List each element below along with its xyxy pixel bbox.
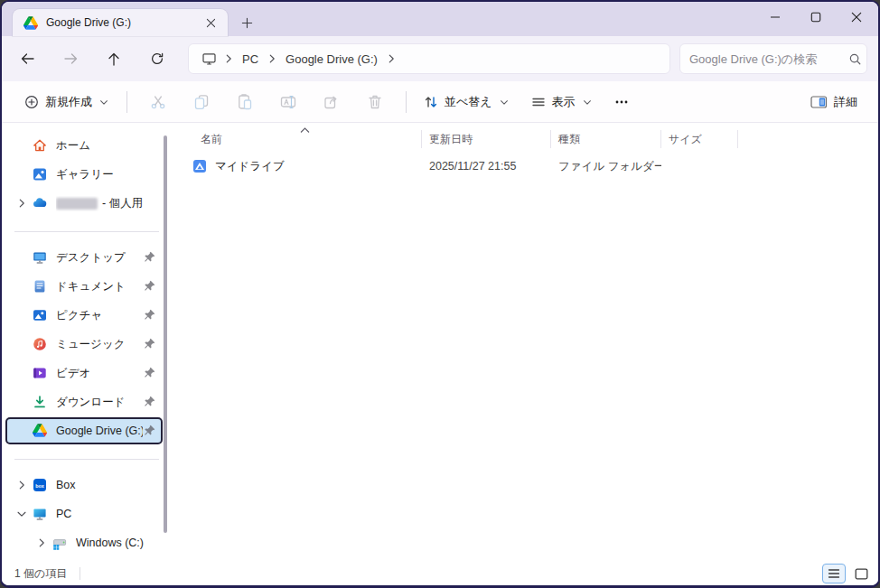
sidebar-item-videos[interactable]: ビデオ: [5, 359, 163, 387]
details-pane-label: 詳細: [834, 94, 857, 110]
pin-icon: [143, 424, 157, 438]
chevron-placeholder: [11, 337, 33, 351]
status-bar: 1 個の項目: [2, 562, 878, 585]
paste-button[interactable]: [223, 86, 267, 118]
home-icon: [33, 138, 47, 153]
onedrive-icon: [33, 196, 47, 210]
delete-button[interactable]: [353, 86, 397, 118]
sidebar-item-label: - 個人用: [56, 196, 161, 211]
column-label: サイズ: [669, 132, 702, 147]
chevron-placeholder: [11, 308, 33, 322]
maximize-button[interactable]: [795, 4, 836, 31]
sidebar-item-gallery[interactable]: ギャラリー: [5, 161, 163, 188]
pin-icon: [143, 366, 157, 380]
sort-button-label: 並べ替え: [445, 94, 492, 110]
sidebar-divider: [14, 219, 159, 244]
my-drive-folder-icon: [192, 159, 207, 173]
copy-button[interactable]: [180, 86, 223, 118]
refresh-button[interactable]: [141, 43, 173, 74]
sidebar-item-label: ピクチャ: [56, 308, 143, 323]
chevron-placeholder: [11, 250, 33, 265]
search-input[interactable]: [689, 52, 848, 66]
more-options-button[interactable]: [606, 89, 637, 115]
sort-button[interactable]: 並べ替え: [416, 89, 518, 116]
view-lines-icon: [531, 95, 546, 109]
tab-google-drive[interactable]: Google Drive (G:): [13, 9, 228, 36]
minimize-button[interactable]: [754, 4, 795, 31]
sidebar-scrollbar[interactable]: [164, 135, 167, 533]
back-button[interactable]: [11, 43, 43, 74]
toolbar-divider: [406, 91, 407, 113]
column-headers: 名前 更新日時 種類 サイズ: [181, 128, 878, 150]
pin-icon: [143, 308, 157, 322]
sidebar-item-pc[interactable]: PC: [5, 500, 163, 527]
sidebar-item-label: Box: [56, 479, 161, 491]
chevron-placeholder: [11, 167, 33, 182]
command-toolbar: 新規作成 並べ替え: [2, 81, 878, 123]
sidebar-item-pictures[interactable]: ピクチャ: [5, 302, 163, 329]
chevron-down-icon[interactable]: [11, 507, 33, 521]
svg-text:box: box: [35, 483, 44, 489]
chevron-right-icon[interactable]: [11, 196, 33, 210]
music-icon: [33, 337, 47, 351]
sidebar-item-google-drive[interactable]: Google Drive (G:): [5, 417, 163, 444]
breadcrumb-separator-icon: [222, 52, 235, 65]
file-type-cell: ファイル フォルダー: [551, 159, 661, 174]
column-header-name[interactable]: 名前: [181, 130, 422, 148]
chevron-down-icon: [98, 97, 109, 107]
explorer-window: Google Drive (G:): [0, 0, 880, 588]
view-button[interactable]: 表示: [523, 89, 601, 116]
column-header-date-modified[interactable]: 更新日時: [422, 130, 551, 148]
sidebar-item-documents[interactable]: ドキュメント: [5, 273, 163, 300]
tab-close-icon[interactable]: [201, 13, 220, 33]
forward-button[interactable]: [54, 43, 87, 74]
tab-strip: Google Drive (G:): [2, 2, 878, 36]
column-header-type[interactable]: 種類: [551, 130, 661, 148]
plus-circle-icon: [24, 95, 39, 109]
item-count: 1 個の項目: [14, 566, 67, 582]
videos-icon: [33, 366, 47, 380]
sidebar-item-music[interactable]: ミュージック: [5, 331, 163, 358]
large-icons-view-toggle[interactable]: [849, 564, 873, 583]
sidebar-item-label: ドキュメント: [56, 279, 143, 294]
sidebar-item-windows-c[interactable]: Windows (C:): [25, 529, 163, 556]
documents-icon: [33, 279, 47, 294]
pin-icon: [143, 250, 157, 265]
breadcrumb-current[interactable]: Google Drive (G:): [280, 50, 383, 69]
navigation-bar: PC Google Drive (G:): [2, 36, 878, 81]
breadcrumb-separator-icon: [266, 52, 278, 65]
file-name-cell: マイドライブ: [181, 159, 422, 174]
file-row-my-drive[interactable]: マイドライブ 2025/11/27 21:55 ファイル フォルダー: [181, 154, 878, 179]
sidebar-item-desktop[interactable]: デスクトップ: [5, 244, 163, 271]
close-button[interactable]: [836, 4, 876, 31]
chevron-placeholder: [11, 424, 33, 438]
new-tab-button[interactable]: [235, 12, 258, 33]
pin-icon: [143, 337, 157, 351]
up-button[interactable]: [98, 43, 130, 74]
gallery-icon: [33, 167, 47, 182]
sidebar-item-label: PC: [56, 508, 161, 520]
new-button-label: 新規作成: [45, 94, 92, 110]
column-header-size[interactable]: サイズ: [661, 130, 738, 148]
new-button[interactable]: 新規作成: [16, 89, 117, 116]
chevron-right-icon[interactable]: [31, 536, 52, 550]
google-drive-icon: [33, 424, 47, 438]
breadcrumb-pc[interactable]: PC: [237, 50, 264, 69]
details-view-toggle[interactable]: [822, 564, 846, 583]
pc-icon: [33, 507, 47, 521]
rename-button[interactable]: [267, 86, 310, 118]
chevron-right-icon[interactable]: [11, 478, 33, 492]
sidebar-item-downloads[interactable]: ダウンロード: [5, 388, 163, 415]
address-bar[interactable]: PC Google Drive (G:): [188, 43, 670, 74]
sidebar-item-home[interactable]: ホーム: [5, 132, 163, 159]
details-pane-button[interactable]: 詳細: [802, 89, 866, 116]
sidebar-item-label: Windows (C:): [76, 537, 161, 549]
cut-button[interactable]: [136, 86, 180, 118]
search-icon[interactable]: [848, 52, 862, 66]
sidebar-item-box[interactable]: box Box: [5, 471, 163, 499]
sidebar-item-onedrive[interactable]: - 個人用: [5, 190, 163, 217]
status-divider: [80, 567, 80, 580]
search-box: [679, 43, 867, 74]
share-button[interactable]: [310, 86, 353, 118]
this-pc-icon[interactable]: [198, 51, 220, 66]
